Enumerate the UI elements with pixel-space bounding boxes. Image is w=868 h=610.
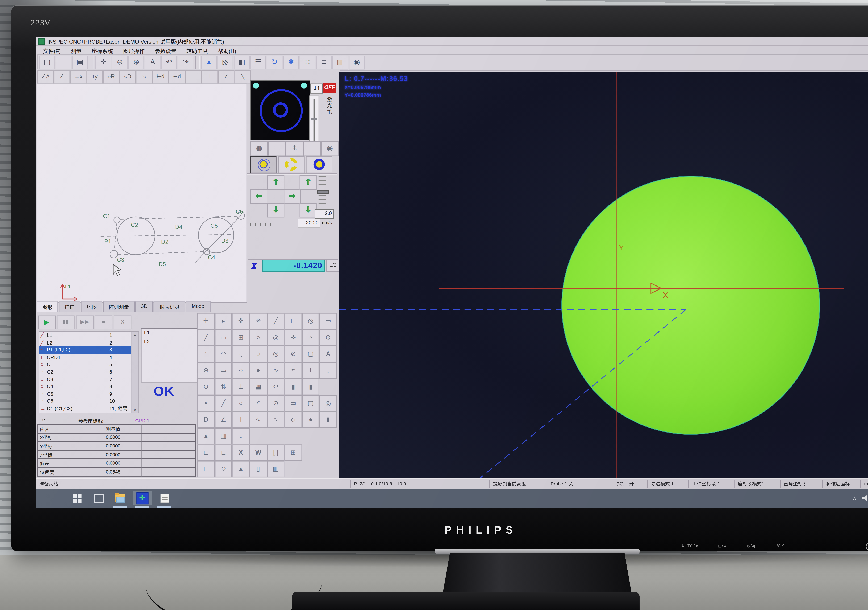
tab[interactable]: 阵列测量 — [103, 302, 135, 312]
toolbar-icon[interactable]: ▣ — [72, 56, 88, 70]
bezel-control-button[interactable]: ⊞/▲ — [718, 544, 727, 549]
run-button[interactable]: ■ — [95, 315, 113, 329]
tool-icon[interactable]: ⊙ — [267, 395, 285, 411]
laser-off-button[interactable]: OFF — [323, 83, 336, 93]
tool-icon[interactable]: ▭ — [215, 329, 232, 346]
menu-item[interactable]: 辅助工具 — [182, 46, 212, 55]
segment-light-button[interactable]: ✳ — [286, 141, 304, 156]
feature-row[interactable]: ○ C5 9 — [39, 391, 131, 398]
toolbar-icon[interactable]: ⊖ — [112, 56, 128, 70]
live-view[interactable]: X Y L: 0.7------M:36.53 X=0.006786mm Y=0… — [339, 72, 868, 478]
light-value-field[interactable]: 14 — [310, 84, 323, 93]
light-button-blank[interactable] — [268, 141, 286, 156]
menu-item[interactable]: 测量 — [66, 46, 86, 55]
tool-icon[interactable]: ▯ — [250, 461, 267, 477]
tool-icon[interactable]: W — [250, 444, 267, 461]
toolbar-icon[interactable]: ∷ — [300, 56, 315, 70]
toolbar-icon[interactable]: ▤ — [56, 56, 71, 70]
toolbar-icon[interactable]: ◧ — [234, 56, 250, 70]
toolbar-icon[interactable] — [195, 56, 200, 69]
tool-icon[interactable]: ◎ — [302, 313, 319, 329]
measure-icon[interactable]: ∠ — [218, 70, 234, 84]
measure-icon[interactable]: ↔x — [70, 70, 87, 84]
tab[interactable]: 图形 — [37, 302, 58, 312]
tool-icon[interactable]: ▥ — [267, 461, 285, 477]
feature-row[interactable]: • P1 (L1,L2) 3 — [39, 346, 131, 354]
tool-icon[interactable]: ◌ — [232, 362, 250, 379]
measure-icon[interactable]: ⊢d — [152, 70, 169, 84]
tool-icon[interactable]: ∿ — [267, 362, 285, 379]
tool-icon[interactable]: ▸ — [215, 313, 232, 329]
selection-item[interactable]: L1 — [144, 330, 200, 339]
tool-icon[interactable]: ◟ — [232, 346, 250, 362]
feature-row[interactable]: ○ C4 8 — [39, 383, 131, 391]
tool-icon[interactable]: ≈ — [285, 362, 302, 379]
measure-icon[interactable]: ⊥ — [202, 70, 218, 84]
tool-icon[interactable]: ╱ — [267, 313, 285, 329]
tab[interactable]: Model — [186, 302, 211, 312]
bezel-control-button[interactable]: ☼/◀ — [746, 544, 755, 549]
gray-ring-light-button[interactable]: ◉ — [321, 141, 339, 156]
tool-icon[interactable]: ◎ — [267, 346, 285, 362]
feature-row[interactable]: ╱ L1 1 — [39, 332, 131, 339]
tab[interactable]: 报表记录 — [153, 302, 185, 312]
tool-icon[interactable]: ≈ — [267, 411, 285, 428]
bottom-light-button[interactable] — [306, 156, 332, 173]
run-button[interactable]: ▮▮ — [57, 315, 74, 329]
tool-icon[interactable]: ⊙ — [319, 329, 337, 346]
menu-item[interactable]: 参数设置 — [150, 46, 181, 55]
toolbar-icon[interactable] — [90, 56, 94, 69]
tool-icon[interactable]: ▢ — [302, 346, 319, 362]
cad-view[interactable]: C1 C2 D4 C5 C6 D2 D3 P1 C3 D5 C4 — [37, 84, 247, 303]
file-explorer-button[interactable] — [111, 491, 130, 505]
xy-speed-field[interactable]: 200.0 — [298, 219, 321, 228]
feature-row[interactable]: ╱ L2 2 — [39, 339, 131, 346]
menu-item[interactable]: 帮助(H) — [214, 46, 240, 55]
tool-icon[interactable]: ∿ — [250, 411, 267, 428]
quadrant-light-button[interactable] — [278, 156, 305, 173]
tool-icon[interactable]: ▭ — [319, 313, 337, 329]
tool-icon[interactable]: ◎ — [267, 329, 285, 346]
bezel-control-button[interactable]: ≡/OK — [774, 544, 784, 549]
tool-icon[interactable]: ● — [302, 411, 319, 428]
toolbar-icon[interactable]: ☰ — [250, 56, 266, 70]
bezel-control-button[interactable]: AUTO/▼ — [681, 544, 699, 549]
toolbar-icon[interactable]: ↻ — [267, 56, 282, 70]
toolbar-icon[interactable]: ▦ — [332, 56, 348, 70]
tool-icon[interactable]: I — [232, 411, 250, 428]
tool-icon[interactable]: ↩ — [267, 379, 285, 395]
tool-icon[interactable]: ⊡ — [285, 313, 302, 329]
tool-icon[interactable]: ▭ — [215, 362, 232, 379]
tool-icon[interactable]: ◇ — [285, 411, 302, 428]
power-button[interactable] — [866, 542, 868, 551]
menu-item[interactable]: 座标系统 — [87, 46, 118, 55]
ok-button[interactable]: OK — [153, 384, 175, 399]
scroll-up-icon[interactable]: ∧ — [132, 332, 138, 337]
tray-chevron-icon[interactable]: ∧ — [852, 495, 857, 501]
tool-icon[interactable]: ∟ — [197, 461, 215, 477]
xy-speed-slider[interactable] — [250, 221, 296, 227]
feature-scrollbar[interactable]: ∧ ∨ — [131, 331, 139, 413]
tool-icon[interactable]: ▮ — [319, 411, 337, 428]
tool-icon[interactable]: ▦ — [215, 428, 232, 444]
toolbar-icon[interactable]: ≡ — [316, 56, 332, 70]
measure-icon[interactable]: ○R — [103, 70, 119, 84]
toolbar-icon[interactable]: ↶ — [161, 56, 177, 70]
tool-icon[interactable]: A — [319, 346, 337, 362]
tool-icon[interactable]: ● — [250, 362, 267, 379]
tool-icon[interactable]: ⊥ — [232, 379, 250, 395]
tool-icon[interactable]: ◞ — [319, 362, 337, 379]
measure-icon[interactable]: ⊣d — [169, 70, 185, 84]
selection-item[interactable]: L2 — [144, 339, 200, 348]
feature-row[interactable]: ∟ CRD1 4 — [39, 354, 131, 361]
z-speed-field[interactable]: 2.0 — [315, 209, 334, 219]
ring-light-button[interactable]: ◍ — [250, 141, 268, 156]
run-button[interactable]: X — [114, 315, 132, 329]
tool-icon[interactable]: ◠ — [215, 346, 232, 362]
tool-icon[interactable]: ⇅ — [215, 379, 232, 395]
slider-thumb[interactable] — [317, 190, 329, 194]
toolbar-icon[interactable]: ▲ — [201, 56, 217, 70]
tool-icon[interactable]: ↓ — [232, 428, 250, 444]
z-down-button[interactable]: ⇩ — [300, 203, 317, 217]
document-app-button[interactable] — [155, 491, 174, 505]
